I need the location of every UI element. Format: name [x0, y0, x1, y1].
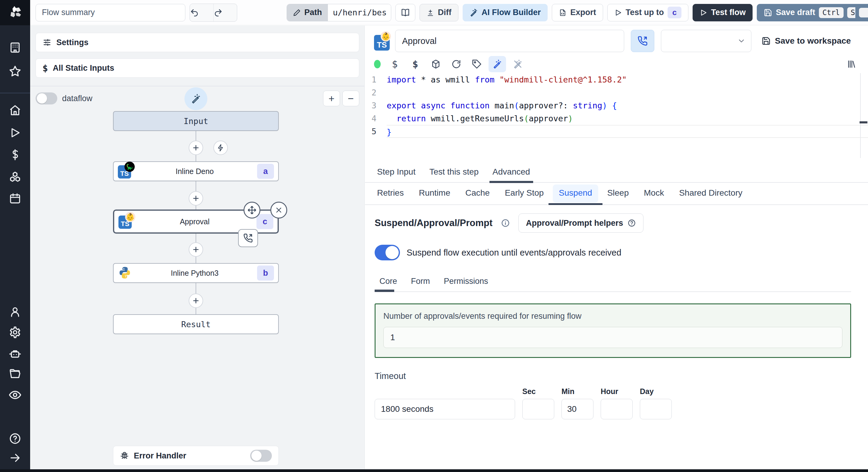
- deno-ts-icon: TS 🦕: [118, 164, 132, 178]
- subtab-mock[interactable]: Mock: [638, 184, 670, 204]
- workers-icon[interactable]: [9, 348, 22, 360]
- error-handler-toggle[interactable]: [250, 450, 272, 462]
- reload-icon[interactable]: [447, 56, 465, 72]
- approvals-required-input[interactable]: [383, 327, 842, 348]
- approval-phone-badge[interactable]: [238, 229, 258, 247]
- error-handler-card[interactable]: Error Handler: [113, 446, 279, 466]
- flow-settings-button[interactable]: Settings: [36, 33, 359, 52]
- move-step-button[interactable]: [244, 202, 260, 218]
- all-static-inputs-button[interactable]: $ All Static Inputs: [36, 58, 359, 78]
- test-up-to-button[interactable]: Test up to c: [607, 4, 688, 21]
- collapse-icon[interactable]: [9, 452, 21, 464]
- flow-input-node[interactable]: Input: [113, 111, 279, 131]
- save-draft-button[interactable]: Save draft Ctrl S: [757, 4, 866, 21]
- gear-icon[interactable]: [9, 326, 22, 339]
- ai-step-wand-button[interactable]: [184, 87, 207, 110]
- resources-dollar-icon[interactable]: $: [407, 56, 424, 72]
- subtab-cache[interactable]: Cache: [459, 184, 496, 204]
- hour-input[interactable]: [601, 399, 632, 419]
- timeout-label: Timeout: [375, 371, 851, 381]
- folders-icon[interactable]: [9, 368, 22, 380]
- code-line[interactable]: 1import * as wmill from "windmill-client…: [365, 73, 868, 86]
- approval-phone-button[interactable]: [631, 30, 654, 52]
- home-icon[interactable]: [9, 104, 22, 117]
- schedules-icon[interactable]: [9, 192, 21, 204]
- ai-assist-icon[interactable]: [489, 56, 506, 72]
- delete-step-button[interactable]: [270, 202, 287, 218]
- variables-icon[interactable]: $: [386, 56, 404, 72]
- subtab-runtime[interactable]: Runtime: [413, 184, 456, 204]
- suspend-tab-core[interactable]: Core: [375, 274, 402, 292]
- approvals-required-label: Number of approvals/events required for …: [383, 311, 842, 321]
- subtab-early-stop[interactable]: Early Stop: [499, 184, 550, 204]
- variables-icon[interactable]: [9, 149, 21, 161]
- workspace-icon[interactable]: [9, 41, 21, 54]
- add-step-button[interactable]: [189, 141, 203, 155]
- zoom-out-button[interactable]: −: [342, 91, 359, 106]
- step-node-label: Inline Python3: [132, 269, 257, 277]
- tab-advanced[interactable]: Advanced: [487, 162, 536, 182]
- flow-summary-input[interactable]: [36, 4, 185, 21]
- subtab-sleep[interactable]: Sleep: [601, 184, 635, 204]
- export-button[interactable]: Export: [552, 4, 603, 21]
- subtab-suspend[interactable]: Suspend: [553, 184, 598, 203]
- add-step-button[interactable]: [189, 242, 203, 257]
- test-flow-button[interactable]: Test flow: [692, 4, 752, 21]
- step-node-b[interactable]: Inline Python3 b: [113, 263, 279, 283]
- diff-button[interactable]: Diff: [420, 4, 458, 21]
- timeout-seconds-input[interactable]: [375, 399, 515, 419]
- save-draft-label: Save draft: [776, 8, 815, 17]
- code-text: }: [387, 125, 868, 138]
- code-line[interactable]: 3export async function main(approver?: s…: [365, 99, 868, 112]
- ai-flow-builder-button[interactable]: AI Flow Builder: [463, 4, 548, 21]
- user-icon[interactable]: [9, 306, 21, 318]
- editor-scrollbar[interactable]: [860, 73, 861, 158]
- runs-icon[interactable]: [9, 127, 21, 139]
- script-version-dropdown[interactable]: [661, 30, 751, 52]
- info-icon[interactable]: [501, 218, 510, 228]
- approval-prompt-helpers-button[interactable]: Approval/Prompt helpers: [518, 213, 644, 233]
- path-control[interactable]: Path u/henri/bes: [287, 4, 391, 21]
- subtab-shared-directory[interactable]: Shared Directory: [673, 184, 748, 204]
- suspend-toggle[interactable]: [375, 245, 400, 260]
- resources-icon[interactable]: [9, 171, 22, 183]
- ai-off-icon[interactable]: [509, 56, 527, 72]
- test-flow-label: Test flow: [711, 8, 746, 17]
- suspend-tab-form[interactable]: Form: [406, 274, 435, 292]
- day-input[interactable]: [640, 399, 672, 419]
- step-name-input[interactable]: [395, 30, 624, 52]
- library-icon[interactable]: [843, 56, 860, 72]
- zoom-in-button[interactable]: +: [323, 91, 340, 106]
- suspend-tab-permissions[interactable]: Permissions: [439, 274, 493, 292]
- timeout-row: Sec Min Hour Day: [375, 387, 851, 419]
- code-line[interactable]: 2: [365, 86, 868, 99]
- tab-step-input[interactable]: Step Input: [371, 162, 422, 182]
- add-step-button[interactable]: [189, 191, 203, 206]
- audit-icon[interactable]: [8, 388, 22, 402]
- code-editor[interactable]: 1import * as wmill from "windmill-client…: [365, 73, 868, 158]
- tag-icon[interactable]: [468, 56, 486, 72]
- tab-test-this-step[interactable]: Test this step: [424, 162, 485, 182]
- deploy-button-partial[interactable]: [855, 4, 868, 21]
- windmill-logo[interactable]: [0, 0, 30, 25]
- help-icon[interactable]: [9, 432, 22, 445]
- undo-button[interactable]: [190, 4, 213, 21]
- favorites-icon[interactable]: [9, 65, 22, 78]
- code-line[interactable]: 4 return wmill.getResumeUrls(approver): [365, 112, 868, 125]
- docs-button[interactable]: [396, 4, 415, 21]
- step-node-a[interactable]: TS 🦕 Inline Deno a: [113, 161, 279, 181]
- save-to-workspace-button[interactable]: Save to workspace: [762, 36, 851, 46]
- chevron-down-icon: [737, 37, 746, 45]
- subtab-retries[interactable]: Retries: [371, 184, 410, 204]
- dataflow-toggle[interactable]: [36, 92, 57, 104]
- add-step-button[interactable]: [189, 294, 203, 308]
- helpers-button-label: Approval/Prompt helpers: [526, 218, 623, 228]
- code-line[interactable]: 5}: [365, 125, 868, 138]
- add-trigger-button[interactable]: [213, 141, 228, 155]
- flow-result-node[interactable]: Result: [113, 314, 279, 334]
- package-icon[interactable]: [427, 56, 444, 72]
- pencil-icon: [293, 9, 301, 16]
- redo-button[interactable]: [213, 4, 237, 21]
- min-input[interactable]: [561, 399, 593, 419]
- sec-input[interactable]: [522, 399, 554, 419]
